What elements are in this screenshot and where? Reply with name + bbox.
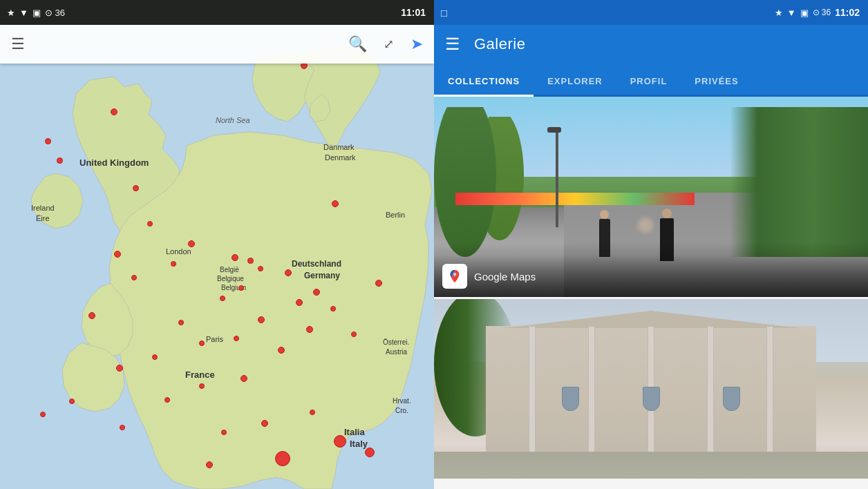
map-dot xyxy=(278,347,285,354)
map-dot xyxy=(147,221,153,227)
map-dot xyxy=(334,435,346,448)
map-panel: ★ ▼ ▣ ⊙ 36 11:01 ☰ 🔍 ⤢ ➤ xyxy=(0,0,434,489)
right-trees xyxy=(730,107,868,258)
map-dot xyxy=(188,240,195,247)
map-svg xyxy=(0,25,434,489)
map-dot xyxy=(240,375,247,382)
map-dot xyxy=(88,312,95,319)
gallery-item-2[interactable] xyxy=(434,299,868,479)
street-view-building xyxy=(434,299,868,479)
map-dot xyxy=(221,430,227,435)
window xyxy=(723,387,740,411)
expand-icon[interactable]: ⤢ xyxy=(384,37,394,52)
battery-icon: ⊙ 36 xyxy=(45,8,65,18)
left-status-icons-left: ★ ▼ ▣ ⊙ 36 xyxy=(7,8,65,18)
right-status-icons-left: □ xyxy=(441,7,447,19)
right-battery-icon: ⊙ 36 xyxy=(813,8,831,17)
map-dot xyxy=(199,341,205,346)
wifi-icon: ▼ xyxy=(19,8,28,18)
window xyxy=(643,387,660,411)
map-dot xyxy=(164,397,170,403)
map-dot xyxy=(69,399,75,404)
map-dot xyxy=(313,289,320,296)
map-dot xyxy=(375,280,382,287)
right-wifi-icon: ▼ xyxy=(787,8,796,18)
map-dot xyxy=(131,275,137,280)
map-dot xyxy=(57,157,63,164)
map-dot xyxy=(120,425,125,430)
right-header: ☰ Galerie xyxy=(434,25,868,64)
source-label: Google Maps xyxy=(474,271,536,282)
gallery-content[interactable]: G Google Maps xyxy=(434,97,868,489)
lamp-post xyxy=(556,127,558,227)
map-dot xyxy=(133,185,139,191)
ground xyxy=(434,452,868,479)
right-time: 11:02 xyxy=(835,7,860,18)
map-dot xyxy=(261,420,268,427)
tab-collections[interactable]: COLLECTIONS xyxy=(434,66,534,95)
map-dot xyxy=(199,383,205,389)
map-dot xyxy=(232,254,238,261)
map-dot xyxy=(351,332,357,337)
flower-border xyxy=(455,193,694,204)
street-view-park: G Google Maps xyxy=(434,97,868,297)
right-menu-icon[interactable]: ☰ xyxy=(445,35,460,54)
map-dot xyxy=(40,412,46,417)
right-signal-icon: ▣ xyxy=(800,8,809,18)
right-status-bar: □ ★ ▼ ▣ ⊙ 36 11:02 xyxy=(434,0,868,25)
map-dot xyxy=(111,108,117,115)
map-dot xyxy=(275,451,290,466)
map-dot xyxy=(220,296,225,301)
map-dot xyxy=(258,316,265,323)
map-dot xyxy=(310,410,315,415)
square-icon: □ xyxy=(441,7,447,19)
map-dot xyxy=(258,266,263,271)
map-dot xyxy=(45,138,51,144)
google-maps-icon: G xyxy=(442,264,467,289)
map-dot xyxy=(330,306,336,311)
navigation-icon[interactable]: ➤ xyxy=(411,35,423,53)
svg-text:G: G xyxy=(453,273,457,278)
map-dot xyxy=(306,326,313,333)
map-dot xyxy=(332,200,339,207)
map-dot xyxy=(116,365,123,372)
left-status-bar: ★ ▼ ▣ ⊙ 36 11:01 xyxy=(0,0,434,25)
map-dot xyxy=(152,354,158,360)
source-overlay: G Google Maps xyxy=(434,256,868,297)
right-star-icon: ★ xyxy=(775,8,783,18)
window xyxy=(562,387,579,411)
left-time: 11:01 xyxy=(401,7,426,18)
map-dot xyxy=(114,251,121,258)
tab-profil[interactable]: PROFIL xyxy=(616,66,681,95)
map-dot xyxy=(247,258,254,264)
menu-icon[interactable]: ☰ xyxy=(11,35,25,53)
gallery-item-1[interactable]: G Google Maps xyxy=(434,97,868,297)
app-title: Galerie xyxy=(474,35,525,53)
star-icon: ★ xyxy=(7,8,15,18)
right-panel: □ ★ ▼ ▣ ⊙ 36 11:02 ☰ Galerie COLLECTIONS… xyxy=(434,0,868,489)
map-dot xyxy=(234,336,239,341)
map-toolbar-right: 🔍 ⤢ ➤ xyxy=(348,35,423,53)
windows-row xyxy=(536,387,766,411)
tab-bar: COLLECTIONS EXPLORER PROFIL PRIVÉES xyxy=(434,64,868,97)
map-dot xyxy=(285,269,292,276)
left-tree xyxy=(434,107,496,258)
map-toolbar: ☰ 🔍 ⤢ ➤ xyxy=(0,25,434,64)
map-dot xyxy=(171,261,176,267)
search-icon[interactable]: 🔍 xyxy=(348,35,367,53)
tab-privees[interactable]: PRIVÉES xyxy=(681,66,752,95)
map-dot xyxy=(238,285,244,291)
signal-icon: ▣ xyxy=(32,8,41,18)
tab-explorer[interactable]: EXPLORER xyxy=(534,66,616,95)
map-dot xyxy=(365,448,375,457)
map-dot xyxy=(296,299,303,306)
map-dot xyxy=(206,461,213,468)
map-dot xyxy=(178,320,184,325)
